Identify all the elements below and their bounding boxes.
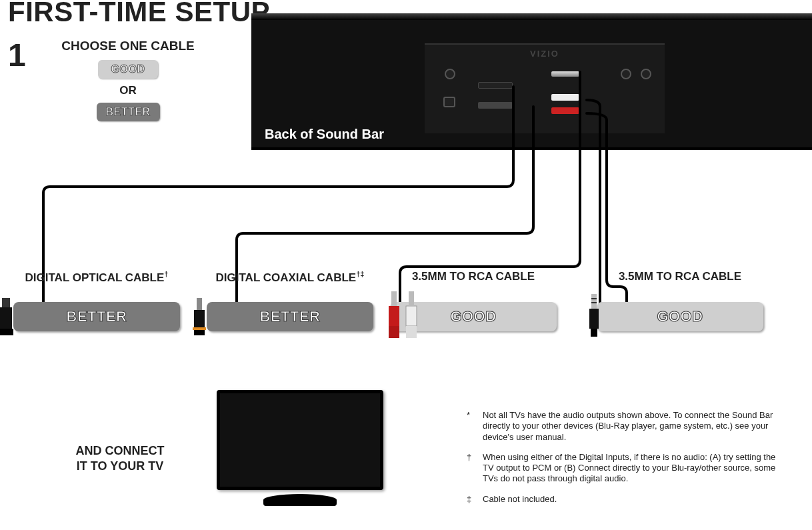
step-number: 1 bbox=[8, 37, 26, 73]
cable-option-label: DIGITAL COAXIAL CABLE†‡ bbox=[207, 270, 373, 299]
quality-badge: GOOD bbox=[597, 302, 763, 331]
plug-optical-icon bbox=[478, 82, 513, 89]
svg-rect-0 bbox=[0, 307, 12, 329]
cable-option-label: DIGITAL OPTICAL CABLE† bbox=[13, 270, 180, 299]
svg-rect-8 bbox=[391, 291, 397, 306]
35mm-connector-icon bbox=[586, 291, 602, 338]
tv-screen-icon bbox=[217, 390, 383, 490]
quality-badge: GOOD bbox=[390, 302, 557, 331]
optical-connector-icon bbox=[0, 295, 16, 337]
svg-rect-7 bbox=[389, 306, 399, 326]
pill-better: BETTER bbox=[97, 103, 160, 121]
cable-option-coaxial: DIGITAL COAXIAL CABLE†‡ BETTER bbox=[207, 270, 373, 331]
plug-rca-white-icon bbox=[551, 94, 579, 101]
coax-connector-icon bbox=[189, 295, 209, 337]
jack-icon bbox=[621, 69, 631, 79]
cable-option-rca-1: 3.5MM TO RCA CABLE GOOD bbox=[390, 270, 557, 331]
svg-rect-4 bbox=[197, 298, 202, 310]
svg-rect-9 bbox=[389, 326, 399, 338]
jack-icon bbox=[443, 97, 455, 107]
svg-rect-11 bbox=[409, 291, 414, 306]
svg-rect-16 bbox=[589, 309, 599, 329]
svg-rect-1 bbox=[2, 298, 10, 307]
soundbar-panel: VIZIO bbox=[425, 43, 665, 133]
plug-35mm-icon bbox=[551, 71, 579, 77]
jack-icon bbox=[641, 69, 651, 79]
pill-good: GOOD bbox=[98, 60, 158, 79]
soundbar-label: Back of Sound Bar bbox=[265, 127, 384, 142]
svg-rect-15 bbox=[591, 302, 597, 303]
svg-rect-17 bbox=[591, 329, 597, 337]
svg-rect-6 bbox=[194, 330, 205, 335]
svg-rect-5 bbox=[193, 327, 206, 330]
cable-option-optical: DIGITAL OPTICAL CABLE† BETTER bbox=[13, 270, 180, 331]
svg-rect-13 bbox=[591, 294, 597, 309]
footnotes-block: * Not all TVs have the audio outputs sho… bbox=[467, 410, 787, 514]
tv-illustration bbox=[217, 390, 383, 507]
plug-rca-red-icon bbox=[551, 107, 579, 114]
rca-connector-icon bbox=[385, 287, 425, 341]
svg-rect-12 bbox=[406, 326, 417, 338]
or-text: OR bbox=[61, 84, 195, 97]
choose-cable-block: CHOOSE ONE CABLE GOOD OR BETTER bbox=[61, 39, 195, 121]
jack-icon bbox=[445, 69, 455, 79]
soundbar-illustration: VIZIO Back of Sound Bar bbox=[251, 20, 812, 150]
cable-option-label: 3.5MM TO RCA CABLE bbox=[597, 270, 763, 299]
brand-label: VIZIO bbox=[530, 49, 559, 59]
svg-rect-14 bbox=[591, 298, 597, 299]
choose-heading: CHOOSE ONE CABLE bbox=[61, 39, 195, 53]
quality-badge: BETTER bbox=[13, 302, 180, 331]
tv-stand-icon bbox=[263, 494, 337, 506]
cable-option-rca-2: 3.5MM TO RCA CABLE GOOD bbox=[597, 270, 763, 331]
quality-badge: BETTER bbox=[207, 302, 373, 331]
svg-rect-10 bbox=[406, 306, 417, 326]
connect-to-tv-text: AND CONNECT IT TO YOUR TV bbox=[53, 443, 187, 473]
footnote: † When using either of the Digital Input… bbox=[467, 452, 787, 485]
plug-coax-icon bbox=[478, 102, 513, 109]
page-title: FIRST-TIME SETUP bbox=[8, 0, 270, 28]
svg-rect-3 bbox=[194, 310, 205, 327]
footnote: ‡ Cable not included. bbox=[467, 494, 787, 505]
footnote: * Not all TVs have the audio outputs sho… bbox=[467, 410, 787, 443]
svg-rect-2 bbox=[0, 329, 13, 335]
